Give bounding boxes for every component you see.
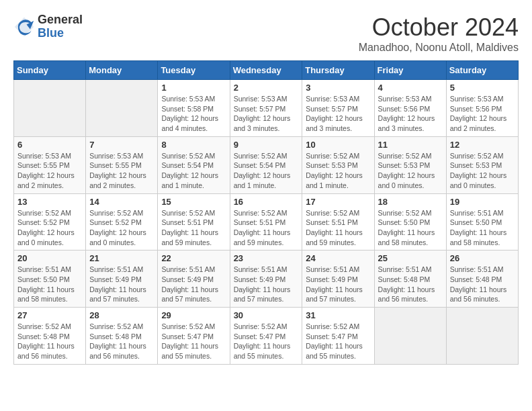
day-number: 6 xyxy=(17,140,82,150)
day-cell: 8Sunrise: 5:52 AM Sunset: 5:54 PM Daylig… xyxy=(158,136,230,193)
day-cell: 5Sunrise: 5:53 AM Sunset: 5:56 PM Daylig… xyxy=(446,80,518,137)
header-row: SundayMondayTuesdayWednesdayThursdayFrid… xyxy=(14,61,519,80)
day-info: Sunrise: 5:52 AM Sunset: 5:47 PM Dayligh… xyxy=(161,322,226,361)
day-cell: 24Sunrise: 5:51 AM Sunset: 5:49 PM Dayli… xyxy=(302,250,374,308)
day-cell: 7Sunrise: 5:53 AM Sunset: 5:55 PM Daylig… xyxy=(86,136,158,193)
day-cell: 29Sunrise: 5:52 AM Sunset: 5:47 PM Dayli… xyxy=(158,308,230,365)
day-number: 24 xyxy=(306,253,370,263)
col-header-friday: Friday xyxy=(374,61,446,80)
day-cell: 25Sunrise: 5:51 AM Sunset: 5:48 PM Dayli… xyxy=(374,250,446,308)
day-cell xyxy=(86,80,158,137)
day-info: Sunrise: 5:53 AM Sunset: 5:56 PM Dayligh… xyxy=(378,94,443,134)
week-row-5: 27Sunrise: 5:52 AM Sunset: 5:48 PM Dayli… xyxy=(14,308,519,365)
day-number: 15 xyxy=(161,197,226,207)
day-info: Sunrise: 5:51 AM Sunset: 5:49 PM Dayligh… xyxy=(89,265,154,304)
day-cell: 15Sunrise: 5:52 AM Sunset: 5:51 PM Dayli… xyxy=(158,193,230,250)
week-row-2: 6Sunrise: 5:53 AM Sunset: 5:55 PM Daylig… xyxy=(14,136,519,193)
location-subtitle: Manadhoo, Noonu Atoll, Maldives xyxy=(359,42,519,54)
day-number: 7 xyxy=(89,140,154,150)
day-info: Sunrise: 5:52 AM Sunset: 5:48 PM Dayligh… xyxy=(17,322,82,361)
day-cell: 12Sunrise: 5:52 AM Sunset: 5:53 PM Dayli… xyxy=(446,136,518,193)
day-cell: 13Sunrise: 5:52 AM Sunset: 5:52 PM Dayli… xyxy=(14,193,86,250)
day-number: 17 xyxy=(306,197,370,207)
day-cell: 14Sunrise: 5:52 AM Sunset: 5:52 PM Dayli… xyxy=(86,193,158,250)
day-number: 2 xyxy=(234,83,299,93)
day-cell: 1Sunrise: 5:53 AM Sunset: 5:58 PM Daylig… xyxy=(158,80,230,137)
day-info: Sunrise: 5:52 AM Sunset: 5:52 PM Dayligh… xyxy=(17,208,82,248)
day-number: 28 xyxy=(89,310,154,320)
day-cell: 30Sunrise: 5:52 AM Sunset: 5:47 PM Dayli… xyxy=(230,308,302,365)
day-number: 21 xyxy=(89,253,154,263)
col-header-thursday: Thursday xyxy=(302,61,374,80)
day-cell: 6Sunrise: 5:53 AM Sunset: 5:55 PM Daylig… xyxy=(14,136,86,193)
day-cell: 2Sunrise: 5:53 AM Sunset: 5:57 PM Daylig… xyxy=(230,80,302,137)
day-number: 13 xyxy=(17,197,82,207)
day-cell: 31Sunrise: 5:52 AM Sunset: 5:47 PM Dayli… xyxy=(302,308,374,365)
week-row-4: 20Sunrise: 5:51 AM Sunset: 5:50 PM Dayli… xyxy=(14,250,519,308)
day-number: 22 xyxy=(161,253,226,263)
day-cell: 23Sunrise: 5:51 AM Sunset: 5:49 PM Dayli… xyxy=(230,250,302,308)
day-number: 27 xyxy=(17,310,82,320)
day-info: Sunrise: 5:51 AM Sunset: 5:49 PM Dayligh… xyxy=(306,265,370,304)
day-info: Sunrise: 5:52 AM Sunset: 5:53 PM Dayligh… xyxy=(378,151,443,191)
day-number: 4 xyxy=(378,83,443,93)
logo-general: General xyxy=(38,13,83,26)
day-cell xyxy=(14,80,86,137)
day-number: 3 xyxy=(306,83,370,93)
day-number: 11 xyxy=(378,140,443,150)
day-info: Sunrise: 5:52 AM Sunset: 5:48 PM Dayligh… xyxy=(89,322,154,361)
day-number: 9 xyxy=(234,140,299,150)
day-number: 25 xyxy=(378,253,443,263)
day-number: 26 xyxy=(450,253,515,263)
day-cell: 26Sunrise: 5:51 AM Sunset: 5:48 PM Dayli… xyxy=(446,250,518,308)
day-info: Sunrise: 5:53 AM Sunset: 5:55 PM Dayligh… xyxy=(17,151,82,191)
day-number: 10 xyxy=(306,140,370,150)
col-header-saturday: Saturday xyxy=(446,61,518,80)
day-info: Sunrise: 5:51 AM Sunset: 5:49 PM Dayligh… xyxy=(234,265,299,304)
col-header-monday: Monday xyxy=(86,61,158,80)
day-number: 19 xyxy=(450,197,515,207)
day-info: Sunrise: 5:53 AM Sunset: 5:58 PM Dayligh… xyxy=(161,94,226,134)
logo-icon xyxy=(13,16,35,38)
col-header-wednesday: Wednesday xyxy=(230,61,302,80)
day-info: Sunrise: 5:52 AM Sunset: 5:47 PM Dayligh… xyxy=(234,322,299,361)
day-number: 1 xyxy=(161,83,226,93)
day-info: Sunrise: 5:52 AM Sunset: 5:50 PM Dayligh… xyxy=(378,208,443,248)
day-info: Sunrise: 5:53 AM Sunset: 5:57 PM Dayligh… xyxy=(234,94,299,134)
day-number: 23 xyxy=(234,253,299,263)
title-block: October 2024 Manadhoo, Noonu Atoll, Mald… xyxy=(359,13,519,54)
day-number: 18 xyxy=(378,197,443,207)
day-info: Sunrise: 5:52 AM Sunset: 5:51 PM Dayligh… xyxy=(161,208,226,248)
calendar-table: SundayMondayTuesdayWednesdayThursdayFrid… xyxy=(13,60,519,365)
col-header-tuesday: Tuesday xyxy=(158,61,230,80)
day-info: Sunrise: 5:53 AM Sunset: 5:55 PM Dayligh… xyxy=(89,151,154,191)
day-cell: 18Sunrise: 5:52 AM Sunset: 5:50 PM Dayli… xyxy=(374,193,446,250)
day-info: Sunrise: 5:52 AM Sunset: 5:51 PM Dayligh… xyxy=(234,208,299,248)
day-number: 30 xyxy=(234,310,299,320)
day-info: Sunrise: 5:52 AM Sunset: 5:52 PM Dayligh… xyxy=(89,208,154,248)
day-info: Sunrise: 5:52 AM Sunset: 5:51 PM Dayligh… xyxy=(306,208,370,248)
day-info: Sunrise: 5:51 AM Sunset: 5:50 PM Dayligh… xyxy=(450,208,515,248)
day-cell: 16Sunrise: 5:52 AM Sunset: 5:51 PM Dayli… xyxy=(230,193,302,250)
day-info: Sunrise: 5:52 AM Sunset: 5:54 PM Dayligh… xyxy=(161,151,226,191)
day-cell: 19Sunrise: 5:51 AM Sunset: 5:50 PM Dayli… xyxy=(446,193,518,250)
day-info: Sunrise: 5:51 AM Sunset: 5:48 PM Dayligh… xyxy=(450,265,515,304)
day-info: Sunrise: 5:51 AM Sunset: 5:48 PM Dayligh… xyxy=(378,265,443,304)
page-header: General Blue October 2024 Manadhoo, Noon… xyxy=(13,13,519,54)
day-number: 12 xyxy=(450,140,515,150)
day-cell: 17Sunrise: 5:52 AM Sunset: 5:51 PM Dayli… xyxy=(302,193,374,250)
day-cell: 11Sunrise: 5:52 AM Sunset: 5:53 PM Dayli… xyxy=(374,136,446,193)
day-cell: 10Sunrise: 5:52 AM Sunset: 5:53 PM Dayli… xyxy=(302,136,374,193)
day-number: 8 xyxy=(161,140,226,150)
logo-text: General Blue xyxy=(38,13,83,40)
day-number: 29 xyxy=(161,310,226,320)
day-info: Sunrise: 5:53 AM Sunset: 5:56 PM Dayligh… xyxy=(450,94,515,134)
day-cell: 4Sunrise: 5:53 AM Sunset: 5:56 PM Daylig… xyxy=(374,80,446,137)
day-cell xyxy=(374,308,446,365)
day-number: 16 xyxy=(234,197,299,207)
day-cell: 21Sunrise: 5:51 AM Sunset: 5:49 PM Dayli… xyxy=(86,250,158,308)
day-number: 31 xyxy=(306,310,370,320)
logo: General Blue xyxy=(13,13,83,40)
day-cell: 20Sunrise: 5:51 AM Sunset: 5:50 PM Dayli… xyxy=(14,250,86,308)
month-title: October 2024 xyxy=(359,13,519,42)
